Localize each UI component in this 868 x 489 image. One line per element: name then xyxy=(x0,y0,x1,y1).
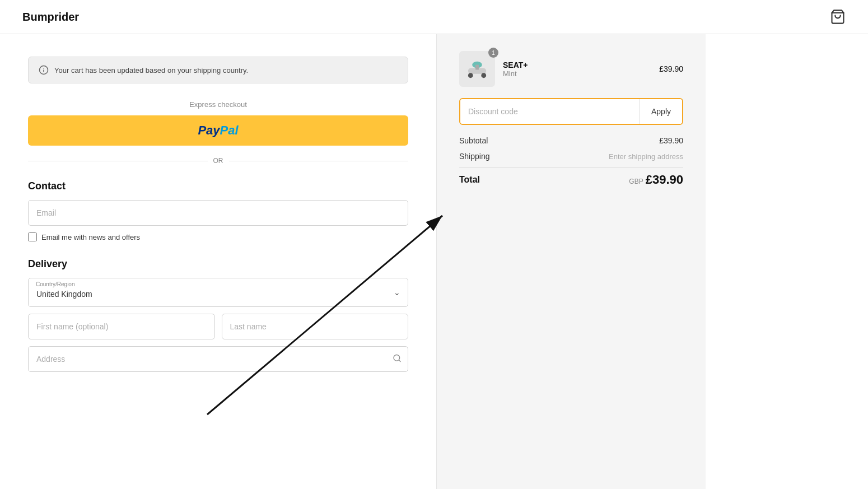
right-panel: 1 SEAT+ Mint £39.90 Apply Subtotal £39.9… xyxy=(437,34,706,489)
newsletter-checkbox-row: Email me with news and offers xyxy=(28,232,408,241)
header: Bumprider xyxy=(0,0,868,34)
info-banner-text: Your cart has been updated based on your… xyxy=(54,66,248,74)
total-row: Total GBP £39.90 xyxy=(459,167,683,187)
address-field[interactable] xyxy=(28,346,408,372)
product-name: SEAT+ xyxy=(503,60,651,69)
info-icon xyxy=(39,65,49,75)
product-quantity-badge: 1 xyxy=(488,48,498,58)
address-wrapper xyxy=(28,346,408,372)
express-checkout-label: Express checkout xyxy=(28,100,408,109)
delivery-section: Delivery Country/Region United Kingdom ⌄ xyxy=(28,258,408,372)
cart-icon[interactable] xyxy=(830,9,846,25)
product-thumbnail xyxy=(465,57,489,81)
product-price: £39.90 xyxy=(659,64,683,73)
paypal-button[interactable]: PayPal xyxy=(28,115,408,146)
or-divider: OR xyxy=(28,157,408,165)
search-icon xyxy=(393,354,402,365)
contact-section: Contact Email me with news and offers xyxy=(28,180,408,241)
delivery-title: Delivery xyxy=(28,258,408,270)
total-label: Total xyxy=(459,175,480,185)
shipping-label: Shipping xyxy=(459,152,490,161)
left-panel: Your cart has been updated based on your… xyxy=(0,34,437,489)
svg-rect-8 xyxy=(475,65,479,70)
svg-point-9 xyxy=(468,73,473,78)
email-field[interactable] xyxy=(28,200,408,226)
product-image-wrapper: 1 xyxy=(459,51,495,87)
subtotal-row: Subtotal £39.90 xyxy=(459,136,683,145)
newsletter-checkbox[interactable] xyxy=(28,232,37,241)
discount-section: Apply xyxy=(459,98,683,125)
country-select-wrapper: Country/Region United Kingdom ⌄ xyxy=(28,278,408,307)
subtotal-label: Subtotal xyxy=(459,136,488,145)
logo: Bumprider xyxy=(22,11,79,24)
name-row xyxy=(28,314,408,339)
total-value: £39.90 xyxy=(646,173,683,187)
svg-point-10 xyxy=(481,73,486,78)
country-select[interactable]: United Kingdom xyxy=(28,278,408,307)
total-amount-wrapper: GBP £39.90 xyxy=(629,173,683,187)
total-currency: GBP xyxy=(629,178,643,185)
product-row: 1 SEAT+ Mint £39.90 xyxy=(459,51,683,87)
first-name-field[interactable] xyxy=(28,314,215,339)
contact-title: Contact xyxy=(28,180,408,192)
info-banner: Your cart has been updated based on your… xyxy=(28,57,408,83)
discount-code-input[interactable] xyxy=(460,99,640,124)
newsletter-label: Email me with news and offers xyxy=(41,233,140,241)
subtotal-value: £39.90 xyxy=(659,136,683,145)
or-label: OR xyxy=(213,157,223,165)
main-layout: Your cart has been updated based on your… xyxy=(0,34,868,489)
product-variant: Mint xyxy=(503,69,651,78)
product-info: SEAT+ Mint xyxy=(503,60,651,78)
shipping-value: Enter shipping address xyxy=(609,152,683,161)
shipping-row: Shipping Enter shipping address xyxy=(459,152,683,161)
apply-button[interactable]: Apply xyxy=(640,99,682,124)
svg-line-5 xyxy=(399,360,400,362)
last-name-field[interactable] xyxy=(222,314,409,339)
